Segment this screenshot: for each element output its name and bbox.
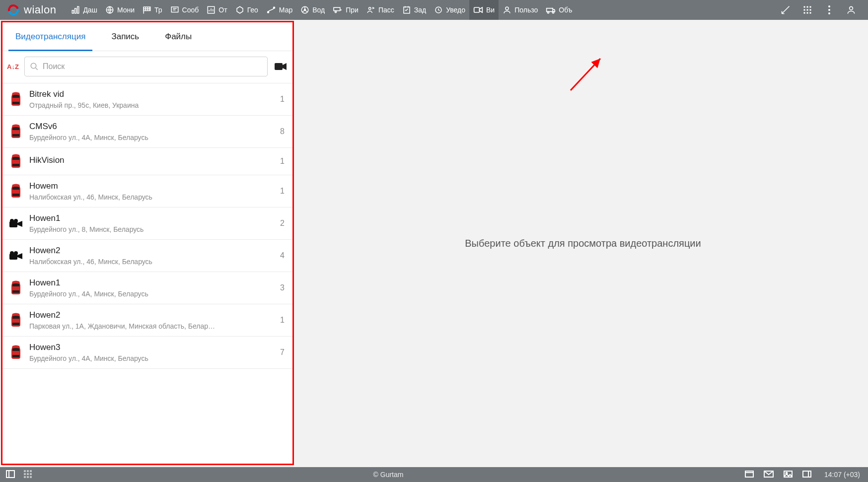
nav-item-video[interactable]: Ви <box>469 0 499 20</box>
svg-point-30 <box>828 5 830 7</box>
svg-rect-35 <box>275 63 283 70</box>
unit-address: Налибокская ул., 46, Минск, Беларусь <box>29 258 275 266</box>
unit-row[interactable]: Howen1Бурдейного ул., 8, Минск, Беларусь… <box>2 207 292 240</box>
nav-item-trailer[interactable]: При <box>329 0 362 20</box>
unit-camera-count: 1 <box>280 316 285 325</box>
unit-row[interactable]: Howen2Парковая ул., 1А, Ждановичи, Минск… <box>2 304 292 337</box>
top-bar: wialon ДашМониТрСообОтГеоМарВодПриПассЗа… <box>0 0 868 20</box>
nav-item-label: Зад <box>414 6 426 14</box>
unit-list[interactable]: Bitrek vidОтрадный пр., 95с, Киев, Украи… <box>2 83 292 464</box>
account-icon[interactable] <box>840 0 862 20</box>
camera-filter-icon[interactable] <box>274 61 288 72</box>
unit-row[interactable]: HikVision1 <box>2 148 292 175</box>
camera-icon <box>7 218 24 228</box>
svg-rect-54 <box>30 470 32 472</box>
layout-panel-icon[interactable] <box>6 470 15 480</box>
window-icon[interactable] <box>745 471 754 479</box>
svg-rect-1 <box>75 8 76 13</box>
unit-row[interactable]: Howen3Бурдейного ул., 4А, Минск, Беларус… <box>2 337 292 369</box>
unit-name: Howen2 <box>29 246 275 256</box>
svg-rect-48 <box>12 355 19 357</box>
nav-item-driver[interactable]: Вод <box>296 0 329 20</box>
nav-item-report[interactable]: От <box>203 0 231 20</box>
unit-row[interactable]: Howen2Налибокская ул., 46, Минск, Белару… <box>2 240 292 272</box>
unit-row[interactable]: HowemНалибокская ул., 46, Минск, Беларус… <box>2 175 292 207</box>
search-input[interactable] <box>43 62 262 71</box>
nav-item-user[interactable]: Пользо <box>499 0 542 20</box>
nav-item-msg[interactable]: Сооб <box>166 0 203 20</box>
svg-point-31 <box>828 9 830 11</box>
unit-camera-count: 2 <box>280 219 285 228</box>
svg-point-42 <box>14 219 18 223</box>
svg-rect-25 <box>807 9 808 11</box>
svg-rect-27 <box>804 12 805 14</box>
svg-point-20 <box>553 11 554 13</box>
unit-camera-count: 8 <box>280 127 285 136</box>
tab-files[interactable]: Файлы <box>152 22 205 51</box>
svg-rect-28 <box>807 12 808 14</box>
svg-rect-53 <box>27 470 29 472</box>
svg-rect-59 <box>27 476 29 478</box>
unit-camera-count: 1 <box>280 187 285 196</box>
svg-rect-16 <box>474 7 480 12</box>
sort-button[interactable]: A↓Z <box>7 61 18 72</box>
nav-item-task[interactable]: Зад <box>398 0 430 20</box>
video-panel: Видеотрансляция Запись Файлы A↓Z Bitrek … <box>1 21 294 465</box>
nav-item-geo[interactable]: Гео <box>231 0 262 20</box>
tab-live[interactable]: Видеотрансляция <box>2 22 98 51</box>
svg-rect-56 <box>27 473 29 475</box>
nav-item-flag[interactable]: Тр <box>139 0 166 20</box>
nav-item-label: Объ <box>559 6 572 14</box>
nav-item-label: Сооб <box>182 6 199 14</box>
nav-item-globe[interactable]: Мони <box>101 0 139 20</box>
svg-point-17 <box>506 7 508 10</box>
bottom-right: 14:07 (+03) <box>745 471 868 479</box>
apps-grid-icon[interactable] <box>796 0 818 20</box>
panel-right-icon[interactable] <box>802 471 811 479</box>
svg-rect-37 <box>12 134 19 137</box>
svg-rect-36 <box>12 102 19 104</box>
more-menu-icon[interactable] <box>818 0 840 20</box>
svg-rect-46 <box>12 290 19 293</box>
nav-item-unit[interactable]: Объ <box>542 0 576 20</box>
svg-point-33 <box>850 6 853 10</box>
svg-rect-39 <box>12 194 19 196</box>
svg-rect-11 <box>334 7 340 10</box>
tool-ruler-icon[interactable] <box>775 0 796 20</box>
unit-row[interactable]: Bitrek vidОтрадный пр., 95с, Киев, Украи… <box>2 83 292 116</box>
unit-row[interactable]: Howen1Бурдейного ул., 4А, Минск, Беларус… <box>2 272 292 304</box>
unit-camera-count: 7 <box>280 348 285 357</box>
svg-rect-55 <box>24 473 26 475</box>
tab-record[interactable]: Запись <box>98 22 152 51</box>
nav-item-label: При <box>346 6 359 14</box>
svg-point-45 <box>14 251 18 255</box>
svg-point-10 <box>304 9 306 11</box>
car-icon <box>7 92 24 107</box>
search-row: A↓Z <box>2 51 292 82</box>
unit-camera-count: 4 <box>280 251 285 260</box>
mail-icon[interactable] <box>764 471 774 479</box>
nav-item-route[interactable]: Мар <box>262 0 296 20</box>
layout-grid-icon[interactable] <box>24 470 32 480</box>
nav-item-dashboard[interactable]: Даш <box>67 0 101 20</box>
camera-icon <box>7 251 24 261</box>
svg-rect-22 <box>807 6 808 8</box>
car-icon <box>7 313 24 328</box>
search-field[interactable] <box>24 57 268 76</box>
svg-rect-38 <box>12 164 19 166</box>
tab-files-label: Файлы <box>165 32 192 42</box>
unit-name: Howen3 <box>29 343 275 352</box>
svg-rect-60 <box>30 476 32 478</box>
nav-item-label: Пасс <box>378 6 394 14</box>
nav-item-bell[interactable]: Уведо <box>430 0 469 20</box>
svg-point-8 <box>273 7 275 8</box>
svg-point-41 <box>10 219 14 223</box>
nav-item-pass[interactable]: Пасс <box>362 0 398 20</box>
unit-address: Бурдейного ул., 4А, Минск, Беларусь <box>29 134 275 141</box>
bottom-bar: © Gurtam 14:07 (+03) <box>0 467 868 482</box>
logo-icon <box>8 4 19 15</box>
svg-rect-47 <box>12 323 19 325</box>
unit-row[interactable]: CMSv6Бурдейного ул., 4А, Минск, Беларусь… <box>2 116 292 148</box>
svg-point-19 <box>548 11 549 13</box>
image-icon[interactable] <box>784 471 793 479</box>
